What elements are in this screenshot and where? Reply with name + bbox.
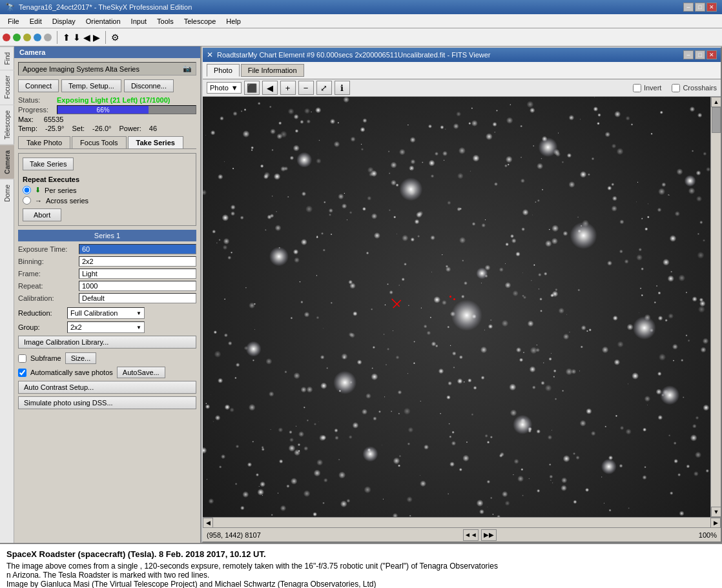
repeat-value[interactable]: 1000 bbox=[79, 281, 196, 291]
set-value: -26.0° bbox=[92, 125, 111, 132]
fits-minimize-button[interactable]: – bbox=[683, 50, 694, 59]
nav-next-button[interactable]: ▶▶ bbox=[481, 529, 497, 541]
menu-input[interactable]: Input bbox=[126, 16, 152, 26]
nav-prev-button[interactable]: ◄◄ bbox=[463, 529, 479, 541]
simulate-button[interactable]: Simulate photo using DSS... bbox=[18, 396, 196, 409]
menu-orientation[interactable]: Orientation bbox=[81, 16, 126, 26]
sidebar-tab-camera[interactable]: Camera bbox=[0, 145, 14, 179]
fits-close-x[interactable]: ✕ bbox=[207, 50, 213, 59]
scroll-left-button[interactable]: ◀ bbox=[203, 518, 213, 528]
tool-prev-btn[interactable]: ◀ bbox=[262, 81, 278, 95]
fits-tab-photo[interactable]: Photo bbox=[207, 64, 240, 77]
toolbar-icon-2[interactable]: ⬇ bbox=[73, 32, 81, 43]
bottom-title: SpaceX Roadster (spacecraft) (Tesla). 8 … bbox=[6, 549, 716, 559]
invert-checkbox-row: Invert bbox=[633, 84, 662, 92]
panel-body: Apogee Imaging Systems Alta Series 📷 Con… bbox=[14, 58, 200, 543]
scroll-up-button[interactable]: ▲ bbox=[711, 97, 721, 107]
binning-value[interactable]: 2x2 bbox=[79, 256, 196, 267]
menu-file[interactable]: File bbox=[3, 16, 25, 26]
menu-tools[interactable]: Tools bbox=[152, 16, 179, 26]
progress-row: Progress: 66% bbox=[18, 105, 196, 114]
tab-take-photo[interactable]: Take Photo bbox=[18, 136, 70, 148]
nav-buttons: ◄◄ ▶▶ bbox=[463, 529, 497, 541]
toolbar-dot-yellow bbox=[23, 34, 31, 41]
fits-viewer: ✕ RoadtstarMy Chart Element #9 60.000sec… bbox=[201, 46, 722, 543]
sidebar-tab-find[interactable]: Find bbox=[0, 46, 14, 70]
menu-edit[interactable]: Edit bbox=[25, 16, 47, 26]
invert-checkbox[interactable] bbox=[633, 84, 641, 92]
view-mode-select[interactable]: Photo ▼ bbox=[207, 82, 242, 94]
tool-info-btn[interactable]: ℹ bbox=[335, 81, 350, 95]
connect-button[interactable]: Connect bbox=[18, 79, 59, 92]
auto-contrast-button[interactable]: Auto Contrast Setup... bbox=[18, 381, 196, 394]
frame-value[interactable]: Light bbox=[79, 269, 196, 279]
horizontal-scrollbar[interactable]: ◀ ▶ bbox=[203, 517, 721, 527]
menu-display[interactable]: Display bbox=[47, 16, 81, 26]
tool-zoom-in-btn[interactable]: + bbox=[280, 81, 296, 95]
tool-zoom-fit-btn[interactable]: ⤢ bbox=[316, 81, 332, 95]
coordinates-display: (958, 1442) 8107 bbox=[207, 531, 261, 539]
tool-fit-btn[interactable]: ⬛ bbox=[244, 81, 260, 95]
scroll-right-button[interactable]: ▶ bbox=[710, 518, 721, 528]
tab-take-series[interactable]: Take Series bbox=[128, 136, 183, 148]
binning-label: Binning: bbox=[18, 258, 76, 265]
maximize-button[interactable]: □ bbox=[695, 3, 705, 12]
toolbar-settings-icon[interactable]: ⚙ bbox=[111, 32, 119, 43]
camera-model-icon[interactable]: 📷 bbox=[183, 65, 192, 73]
bottom-line-3: Image by Gianluca Masi (The Virtual Tele… bbox=[6, 580, 716, 588]
reduction-select[interactable]: Full Calibration ▼ bbox=[67, 307, 145, 319]
radio-per-series-input[interactable] bbox=[23, 186, 31, 194]
size-button[interactable]: Size... bbox=[65, 352, 97, 364]
crosshairs-checkbox-row: Crosshairs bbox=[672, 84, 717, 92]
tab-focus-tools[interactable]: Focus Tools bbox=[72, 136, 127, 148]
status-value: Exposing Light (21 Left) (17/1000) bbox=[57, 96, 170, 104]
crosshairs-label: Crosshairs bbox=[683, 84, 717, 92]
fits-tab-file-info[interactable]: File Information bbox=[241, 64, 304, 77]
menu-help[interactable]: Help bbox=[221, 16, 246, 26]
calibration-value[interactable]: Default bbox=[79, 293, 196, 303]
camera-tabs: Take Photo Focus Tools Take Series bbox=[18, 136, 196, 149]
exposure-time-value[interactable]: 60 bbox=[79, 244, 196, 254]
vertical-scrollbar[interactable]: ▲ ▼ bbox=[710, 97, 721, 517]
sidebar-tab-telescope[interactable]: Telescope bbox=[0, 105, 14, 145]
toolbar-separator-2 bbox=[105, 31, 106, 44]
cal-lib-button[interactable]: Image Calibration Library... bbox=[18, 336, 196, 349]
toolbar-icon-4[interactable]: ▶ bbox=[93, 32, 100, 43]
tool-zoom-out-btn[interactable]: − bbox=[298, 81, 314, 95]
camera-model: Apogee Imaging Systems Alta Series 📷 bbox=[18, 62, 196, 76]
group-select[interactable]: 2x2 ▼ bbox=[67, 321, 145, 333]
temp-setup-button[interactable]: Temp. Setup... bbox=[61, 79, 121, 92]
menu-telescope[interactable]: Telescope bbox=[179, 16, 222, 26]
subframe-checkbox[interactable] bbox=[18, 354, 26, 363]
radio-across-series-input[interactable] bbox=[23, 196, 31, 205]
close-button[interactable]: ✕ bbox=[707, 3, 717, 12]
autosave-button[interactable]: AutoSave... bbox=[117, 367, 165, 378]
take-series-button[interactable]: Take Series bbox=[23, 157, 74, 170]
toolbar-icon-1[interactable]: ⬆ bbox=[63, 32, 70, 43]
bottom-text-area: SpaceX Roadster (spacecraft) (Tesla). 8 … bbox=[0, 543, 722, 588]
toolbar-icon-3[interactable]: ◀ bbox=[83, 32, 90, 43]
fits-title-bar: ✕ RoadtstarMy Chart Element #9 60.000sec… bbox=[203, 48, 721, 62]
app-title: Tenagra16_24oct2017* - TheSkyX Professio… bbox=[19, 3, 683, 11]
sidebar-tab-dome[interactable]: Dome bbox=[0, 179, 14, 207]
scroll-thumb[interactable] bbox=[712, 107, 721, 133]
scroll-down-button[interactable]: ▼ bbox=[711, 507, 721, 517]
repeat-executes-section: Repeat Executes ⬇ Per series → Across se… bbox=[23, 176, 192, 205]
side-tabs: Find Focuser Telescope Camera Dome bbox=[0, 46, 14, 543]
abort-button[interactable]: Abort bbox=[23, 208, 61, 221]
sidebar-tab-focuser[interactable]: Focuser bbox=[0, 70, 14, 104]
fits-maximize-button[interactable]: □ bbox=[695, 50, 705, 59]
autosave-checkbox[interactable] bbox=[18, 369, 26, 377]
window-controls: – □ ✕ bbox=[683, 3, 717, 12]
minimize-button[interactable]: – bbox=[683, 3, 694, 12]
fits-tabs: Photo File Information bbox=[207, 64, 304, 77]
reduction-arrow: ▼ bbox=[136, 310, 141, 316]
fits-status-bar: (958, 1442) 8107 ◄◄ ▶▶ 100% bbox=[203, 527, 721, 542]
disconnect-button[interactable]: Disconne... bbox=[124, 79, 174, 92]
crosshairs-checkbox[interactable] bbox=[672, 84, 680, 92]
fits-close-button[interactable]: ✕ bbox=[707, 50, 717, 59]
frame-label: Frame: bbox=[18, 270, 76, 278]
calibration-label: Calibration: bbox=[18, 294, 76, 302]
menu-bar: File Edit Display Orientation Input Tool… bbox=[0, 14, 722, 28]
camera-buttons-row: Connect Temp. Setup... Disconne... bbox=[18, 79, 196, 92]
